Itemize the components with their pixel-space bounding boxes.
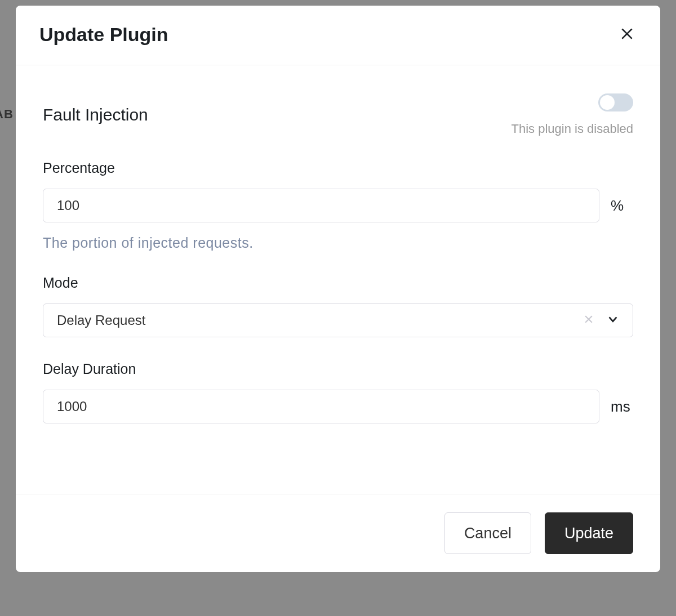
close-icon (620, 26, 634, 43)
toggle-knob (600, 95, 615, 110)
delay-duration-input[interactable] (43, 390, 599, 423)
enable-toggle[interactable] (598, 93, 633, 111)
update-plugin-modal: Update Plugin Fault Injection This plugi… (16, 6, 660, 572)
percentage-input[interactable] (43, 189, 599, 222)
modal-header: Update Plugin (16, 6, 660, 65)
delay-duration-label: Delay Duration (43, 361, 633, 377)
close-button[interactable] (617, 24, 637, 45)
modal-footer: Cancel Update (16, 494, 660, 572)
delay-duration-input-row: ms (43, 390, 633, 423)
chevron-down-icon (607, 313, 619, 328)
percentage-unit: % (611, 197, 633, 215)
percentage-group: Percentage % The portion of injected req… (43, 160, 633, 251)
update-button[interactable]: Update (545, 512, 633, 554)
delay-duration-group: Delay Duration ms (43, 361, 633, 423)
plugin-status-hint: This plugin is disabled (512, 122, 633, 136)
delay-duration-unit: ms (611, 398, 633, 416)
mode-label: Mode (43, 275, 633, 291)
mode-select-value: Delay Request (57, 313, 583, 328)
cancel-button[interactable]: Cancel (444, 512, 531, 554)
percentage-help-text: The portion of injected requests. (43, 235, 633, 251)
mode-group: Mode Delay Request (43, 275, 633, 337)
section-title: Fault Injection (43, 105, 148, 124)
percentage-label: Percentage (43, 160, 633, 176)
mode-select[interactable]: Delay Request (43, 303, 633, 337)
select-icons (583, 313, 619, 328)
modal-title: Update Plugin (39, 24, 168, 46)
section-header-row: Fault Injection This plugin is disabled (43, 93, 633, 136)
clear-icon[interactable] (583, 314, 594, 327)
percentage-input-row: % (43, 189, 633, 222)
modal-body: Fault Injection This plugin is disabled … (16, 65, 660, 494)
background-partial-text: AB (0, 107, 14, 122)
toggle-wrap: This plugin is disabled (512, 93, 633, 136)
